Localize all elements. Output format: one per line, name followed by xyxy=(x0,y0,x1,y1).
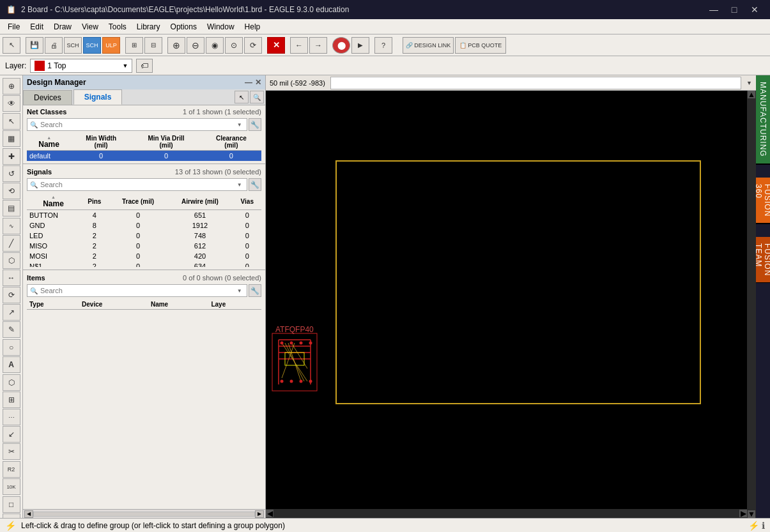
lt-layers[interactable]: ▤ xyxy=(3,200,20,217)
net-classes-wrench[interactable]: 🔧 xyxy=(249,118,261,131)
lt-via[interactable]: ↗ xyxy=(3,304,20,321)
canvas-scroll-right[interactable]: ▶ xyxy=(739,510,747,517)
lt-route2[interactable]: ↙ xyxy=(3,426,20,443)
lt-rect[interactable]: □ xyxy=(3,496,20,513)
scroll-left[interactable]: ◀ xyxy=(24,510,33,518)
lt-polygon[interactable]: ⬡ xyxy=(3,252,20,269)
rp-fusion360[interactable]: FUSION 360 xyxy=(756,178,770,224)
rp-fusion-team[interactable]: FUSION TEAM xyxy=(756,237,770,283)
tab-devices[interactable]: Devices xyxy=(23,90,72,105)
signals-dropdown[interactable]: ▼ xyxy=(235,179,244,190)
close-button[interactable]: ✕ xyxy=(746,1,764,19)
table-row[interactable]: default 0 0 0 xyxy=(27,151,261,162)
signals-search-input[interactable] xyxy=(40,181,233,188)
menu-file[interactable]: File xyxy=(3,21,25,33)
rp-manufacturing[interactable]: MANUFACTURING xyxy=(756,75,770,165)
lt-wire[interactable]: ╱ xyxy=(3,235,20,252)
layer-tag-btn[interactable]: 🏷 xyxy=(136,59,153,73)
net-classes-dropdown[interactable]: ▼ xyxy=(235,119,244,130)
lt-split[interactable]: ✂ xyxy=(3,443,20,460)
toolbar-sch2[interactable]: SCH xyxy=(83,37,101,54)
lt-grid[interactable]: ▦ xyxy=(3,130,20,147)
toolbar-play[interactable]: ▶ xyxy=(351,37,369,54)
canvas-content[interactable]: ATFQFP40 ▲ ▼ ◀ ▶ xyxy=(266,91,756,518)
net-classes-search-input[interactable] xyxy=(40,121,233,128)
items-dropdown[interactable]: ▼ xyxy=(235,285,244,296)
toolbar-delete[interactable]: ✕ xyxy=(267,37,285,54)
menu-options[interactable]: Options xyxy=(166,21,202,33)
toolbar-pcb-quote[interactable]: 📋 PCB QUOTE xyxy=(455,37,506,54)
toolbar-design-link[interactable]: 🔗 DESIGN LINK xyxy=(403,37,454,54)
table-row[interactable]: BUTTON 4 0 651 0 xyxy=(27,210,261,221)
table-row[interactable]: GND 8 0 1912 0 xyxy=(27,220,261,231)
table-row[interactable]: MOSI 2 0 420 0 xyxy=(27,251,261,261)
lt-circle[interactable]: ○ xyxy=(3,339,20,356)
lt-tools[interactable]: ⚙ xyxy=(3,513,20,518)
minimize-button[interactable]: — xyxy=(705,1,723,19)
menu-edit[interactable]: Edit xyxy=(25,21,49,33)
canvas-scroll-down[interactable]: ▼ xyxy=(748,510,755,518)
lt-select[interactable]: ↖ xyxy=(3,113,20,130)
lt-crosshair[interactable]: ⊕ xyxy=(3,78,20,95)
items-search-input[interactable] xyxy=(40,287,233,294)
menu-help[interactable]: Help xyxy=(240,21,266,33)
lt-move[interactable]: ✚ xyxy=(3,148,20,165)
toolbar-stop[interactable]: ⬤ xyxy=(332,37,350,54)
toolbar-zoom-out[interactable]: ⊖ xyxy=(187,37,204,54)
items-wrench[interactable]: 🔧 xyxy=(249,284,261,297)
lt-route[interactable]: ∿ xyxy=(3,218,20,234)
dm-tab-icon-cursor[interactable]: ↖ xyxy=(235,91,249,103)
lt-smash[interactable]: ⊞ xyxy=(3,391,20,408)
toolbar-zoom-area[interactable]: ⊙ xyxy=(225,37,243,54)
lt-undo[interactable]: ⟲ xyxy=(3,183,20,199)
lt-r2[interactable]: R2 xyxy=(3,461,20,478)
dm-minimize[interactable]: — xyxy=(245,78,252,87)
lt-ratsnest[interactable]: ⋯ xyxy=(3,409,20,425)
lt-10k[interactable]: 10K xyxy=(3,478,20,495)
dm-close[interactable]: ✕ xyxy=(255,78,261,87)
menu-draw[interactable]: Draw xyxy=(49,21,77,33)
toolbar-sch1[interactable]: SCH xyxy=(64,37,82,54)
canvas-dropdown-icon[interactable]: ▼ xyxy=(746,80,752,86)
menu-library[interactable]: Library xyxy=(132,21,166,33)
scroll-right[interactable]: ▶ xyxy=(255,510,264,518)
menu-window[interactable]: Window xyxy=(202,21,240,33)
table-row[interactable]: N$1 2 0 634 0 xyxy=(27,261,261,267)
canvas-scrollbar-horizontal[interactable]: ◀ ▶ xyxy=(266,509,747,518)
toolbar-board1[interactable]: ⊞ xyxy=(125,37,143,54)
lt-text-a[interactable]: A xyxy=(3,356,20,373)
signals-wrench[interactable]: 🔧 xyxy=(249,178,261,191)
table-row[interactable]: LED 2 0 748 0 xyxy=(27,231,261,241)
canvas-scroll-up[interactable]: ▲ xyxy=(748,91,755,98)
toolbar-refresh[interactable]: ⟳ xyxy=(244,37,262,54)
menu-view[interactable]: View xyxy=(77,21,104,33)
toolbar-select[interactable]: ↖ xyxy=(3,37,20,54)
toolbar-save2[interactable]: 🖨 xyxy=(45,37,63,54)
toolbar-forward[interactable]: → xyxy=(309,37,327,54)
signals-table-scroll[interactable]: ▲ Name Pins Trace (mil) Airwire (mil) Vi… xyxy=(27,194,261,267)
toolbar-board2[interactable]: ⊟ xyxy=(144,37,162,54)
canvas-command-input[interactable] xyxy=(330,77,741,89)
toolbar-zoom-fit[interactable]: ◉ xyxy=(206,37,224,54)
menu-tools[interactable]: Tools xyxy=(104,21,132,33)
bottom-scrollbar[interactable]: ◀ ▶ xyxy=(23,509,265,518)
lt-rotate[interactable]: ↺ xyxy=(3,165,20,182)
scroll-track[interactable] xyxy=(33,512,255,517)
layer-select[interactable]: 1 Top ▼ xyxy=(30,59,132,73)
maximize-button[interactable]: □ xyxy=(725,1,743,19)
table-row[interactable]: MISO 2 0 612 0 xyxy=(27,241,261,251)
toolbar-help[interactable]: ? xyxy=(374,37,392,54)
toolbar-save[interactable]: 💾 xyxy=(26,37,43,54)
canvas-scroll-left[interactable]: ◀ xyxy=(266,510,273,517)
lt-view[interactable]: 👁 xyxy=(3,95,20,112)
tab-signals[interactable]: Signals xyxy=(73,89,123,105)
lt-pad[interactable]: ⬡ xyxy=(3,374,20,391)
toolbar-zoom-in[interactable]: ⊕ xyxy=(167,37,185,54)
toolbar-ulp[interactable]: ULP xyxy=(102,37,120,54)
toolbar-back[interactable]: ← xyxy=(290,37,308,54)
canvas-scrollbar-vertical[interactable]: ▲ ▼ xyxy=(747,91,756,518)
lt-text[interactable]: ✎ xyxy=(3,321,20,338)
lt-mirror[interactable]: ↔ xyxy=(3,270,20,286)
dm-tab-icon-search[interactable]: 🔍 xyxy=(250,91,264,103)
lt-spin[interactable]: ⟳ xyxy=(3,287,20,303)
